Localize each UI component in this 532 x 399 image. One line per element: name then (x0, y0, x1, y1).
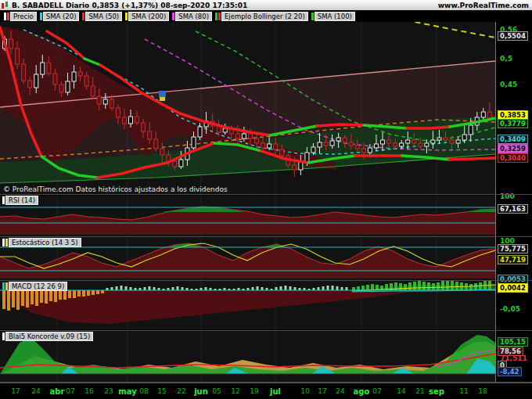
indicator-label-text: MACD (12 26 9) (9, 282, 67, 291)
axis-value-box: 0,5504 (498, 31, 528, 41)
date-day-label: 12 (231, 387, 239, 395)
date-day-label: 19 (250, 387, 258, 395)
date-month-label: may (118, 387, 136, 396)
date-day-label: 23 (104, 387, 113, 395)
legend-color-swatch (40, 13, 42, 20)
prorealtime-window: B. SABADELL Diario 0,3853 (+1,37%) 08-se… (0, 0, 532, 399)
legend-item-ejemplo-bollinger-2-20-[interactable]: Ejemplo Bollinger (2 20) (215, 12, 308, 21)
date-month-label: ago (354, 387, 370, 396)
legend-item-label: SMA (80) (175, 12, 212, 21)
legend-item-sma-100-[interactable]: SMA (100) (311, 12, 355, 21)
axis-value-box: 0,3040 (498, 153, 528, 163)
indicator-color-swatch (2, 332, 5, 340)
axis-tick-label: 0,5 (500, 55, 512, 63)
watermark-text: © ProRealTime.com Datos históricos ajust… (3, 185, 228, 193)
legend-color-swatch (218, 13, 221, 20)
indicator-label-text: Estocástico (14 3 5) (9, 238, 81, 247)
macd-chart-canvas[interactable] (0, 281, 495, 329)
indicator-label-koncorde[interactable]: Blai5 Koncorde v.09 (15) (2, 332, 93, 341)
legend-item-sma-80-[interactable]: SMA (80) (172, 12, 212, 21)
indicator-color-swatch (2, 239, 5, 246)
date-day-label: 24 (31, 387, 40, 395)
axis-value-box: 105,15 (498, 337, 528, 347)
legend-item-sma-50-[interactable]: SMA (50) (82, 12, 122, 21)
legend-item-label: Precio (10, 12, 37, 21)
legend-item-label: SMA (20) (43, 12, 80, 21)
date-day-label: 16 (84, 387, 93, 395)
legend-item-label: SMA (200) (128, 12, 169, 21)
instrument-title: B. SABADELL Diario 0,3853 (+1,37%) 08-se… (12, 2, 438, 9)
axis-tick-label: 0,45 (500, 81, 517, 88)
axis-value-box: 0,0042 (498, 283, 528, 293)
indicator-color-swatch (2, 282, 5, 290)
indicator-label-text: RSI (14) (5, 196, 38, 205)
axis-value-box: -8,42 (498, 367, 522, 376)
panel-separator (0, 382, 532, 383)
axis-value-box: 47,719 (498, 255, 528, 264)
price-axis[interactable]: 0,560,55040,50,450,38530,37790,34090,325… (495, 22, 532, 383)
legend-item-sma-20-[interactable]: SMA (20) (40, 12, 80, 21)
axis-value-box: 75,775 (498, 244, 528, 253)
legend-row: PrecioSMA (20)SMA (50)SMA (200)SMA (80)E… (0, 10, 532, 22)
candlestick-icon (2, 2, 9, 9)
axis-value-box: 67,163 (498, 204, 528, 214)
date-month-label: abr (50, 387, 65, 396)
legend-color-swatch (215, 13, 217, 20)
axis-tick-label: -0,05 (500, 305, 520, 313)
legend-color-swatch (311, 13, 314, 20)
date-day-label: 17 (11, 387, 20, 395)
date-day-label: 17 (318, 387, 326, 395)
legend-color-swatch (4, 13, 6, 20)
main-chart-canvas[interactable] (0, 22, 495, 194)
legend-color-swatch (7, 13, 9, 20)
legend-item-label: Ejemplo Bollinger (2 20) (221, 12, 308, 21)
date-day-label: 10 (300, 387, 309, 395)
date-day-label: 21 (415, 387, 424, 395)
date-month-label: jun (194, 387, 208, 396)
legend-color-swatch (82, 13, 84, 20)
date-day-label: 15 (157, 387, 166, 395)
axis-value-box: 0,3259 (498, 144, 528, 153)
date-day-label: 14 (397, 387, 405, 395)
panel-separator (0, 236, 532, 237)
date-month-label: jul (270, 387, 281, 396)
panel-separator (0, 280, 532, 281)
date-day-label: 24 (336, 387, 344, 395)
date-day-label: 05 (212, 387, 221, 395)
indicator-color-swatch (5, 282, 8, 290)
indicator-color-swatch (5, 239, 8, 246)
date-day-label: 18 (478, 387, 487, 395)
date-axis[interactable]: 1724abr071623may081522jun051219jul101724… (0, 383, 532, 399)
indicator-color-swatch (2, 196, 5, 204)
legend-color-swatch (172, 13, 174, 20)
rsi-chart-canvas[interactable] (0, 196, 495, 236)
axis-value-box: 0,3409 (498, 135, 528, 144)
date-day-label: 07 (66, 387, 74, 395)
legend-item-label: SMA (50) (85, 12, 122, 21)
date-day-label: 07 (372, 387, 381, 395)
indicator-label-text: Blai5 Koncorde v.09 (15) (5, 332, 93, 341)
date-day-label: 11 (459, 387, 468, 395)
indicator-label-rsi[interactable]: RSI (14) (2, 196, 38, 205)
panel-separator (0, 330, 532, 331)
indicator-label-macd[interactable]: MACD (12 26 9) (2, 282, 67, 291)
axis-value-box: 0,3779 (498, 119, 528, 128)
legend-item-sma-200-[interactable]: SMA (200) (125, 12, 169, 21)
date-month-label: sep (429, 387, 444, 396)
legend-item-precio[interactable]: Precio (4, 12, 37, 21)
site-url: www.ProRealTime.com (438, 2, 529, 9)
legend-item-label: SMA (100) (315, 12, 355, 21)
panel-separator (0, 194, 532, 195)
date-day-label: 08 (139, 387, 148, 395)
indicator-label-stoch[interactable]: Estocástico (14 3 5) (2, 238, 81, 247)
title-bar: B. SABADELL Diario 0,3853 (+1,37%) 08-se… (0, 0, 532, 11)
date-day-label: 22 (177, 387, 185, 395)
legend-color-swatch (125, 13, 128, 20)
